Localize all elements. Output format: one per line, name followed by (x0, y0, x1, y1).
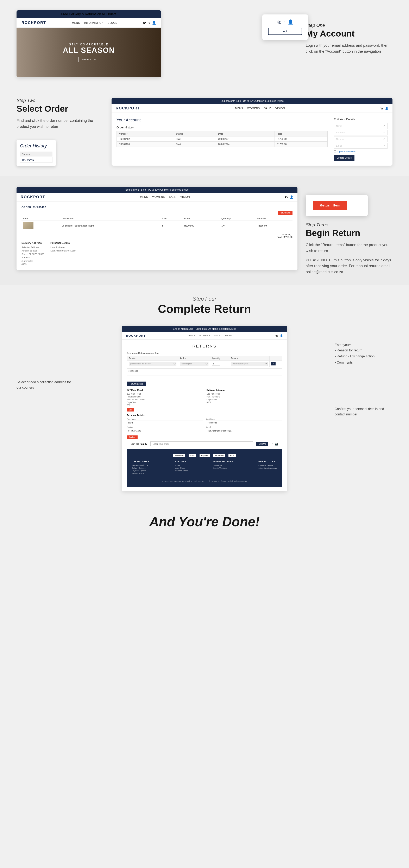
confirm-personal-button[interactable]: Confirm (127, 435, 138, 439)
right-note1: Enter your: Reason for return Refund / E… (334, 342, 392, 365)
returns-mockup: End of Month Sale - Up to 50% Off Men's … (122, 326, 287, 491)
address-line-4: Summertop (22, 259, 44, 263)
name-field[interactable]: Name ✓ (334, 123, 387, 129)
number-field[interactable]: Number ✓ (334, 136, 387, 142)
exc-col-quantity: Quantity (210, 356, 229, 361)
ret-nav-sale[interactable]: SALE (214, 335, 221, 337)
row1-status: Paid (174, 136, 216, 142)
email-returns-input[interactable] (206, 429, 282, 433)
footer-link-customer-service[interactable]: Customer Service (258, 464, 277, 466)
ord-nav-sale[interactable]: SALE (169, 195, 176, 198)
ord-user-icon[interactable]: 👤 (290, 195, 293, 198)
update-details-button[interactable]: Update Details (334, 155, 354, 161)
ret-user-icon[interactable]: 👤 (280, 334, 283, 337)
update-password-checkbox[interactable] (334, 150, 336, 153)
acc-nav-mens[interactable]: MENS (235, 107, 243, 110)
product-qty[interactable]: 1 v (220, 220, 255, 230)
row1-number: RKP01462 (117, 136, 174, 142)
footer-link-shoe-care[interactable]: Shoe Care (213, 464, 233, 466)
account-mockup: End of Month Sale - Up to 50% Off Men's … (112, 98, 392, 165)
nav-mens[interactable]: MENS (72, 22, 80, 24)
join-family-bar: Join the Family Sign Up f 📷 (127, 439, 282, 449)
facebook-icon[interactable]: f (272, 442, 272, 445)
footer-link-socks[interactable]: Socks (175, 464, 188, 466)
ret-nav-vision[interactable]: VISION (225, 335, 233, 337)
step-four-left-note: Select or add a collection address for o… (17, 326, 75, 390)
table-row[interactable]: RKP01462 Paid 20.08.2024 R1799.00 (117, 136, 328, 142)
nav-information[interactable]: INFORMATION (84, 22, 104, 24)
submit-return-button[interactable]: Return request (127, 381, 146, 386)
browser-mockup-step1: Free Delivery & Returns on All Orders RO… (17, 10, 161, 77)
join-text: Join (131, 443, 135, 445)
acc-user-icon[interactable]: 👤 (385, 107, 388, 110)
contact-input[interactable] (127, 429, 203, 433)
ord-bag-icon[interactable]: 🛍 (285, 195, 288, 198)
total-row: Total R2295.00 (22, 236, 292, 238)
footer-link-payment[interactable]: Payment Options (132, 470, 149, 472)
payment-row: Passbook VISA PayFast Protected RCS (132, 454, 277, 457)
comments-textarea[interactable] (127, 368, 282, 376)
join-email-input[interactable] (150, 441, 253, 446)
ord-nav-vision[interactable]: VISION (180, 195, 190, 198)
exc-action-select[interactable]: Select option (178, 361, 210, 367)
footer-link-login[interactable]: Log In / Register (213, 467, 233, 469)
ret-nav-mens[interactable]: MENS (188, 335, 195, 337)
account-promo-text: End of Month Sale - Up to 50% Off Men's … (221, 99, 284, 102)
total-value: R2295.00 (283, 236, 292, 238)
sign-up-button[interactable]: Sign Up (256, 442, 268, 446)
name-row: First Name Last Name (127, 418, 282, 425)
email-field[interactable]: Email ✓ (334, 143, 387, 149)
hero-image: STAY COMFORTABLE ALL SEASON SHOP NOW (17, 28, 161, 77)
step-two-title: Select Order (17, 104, 103, 114)
return-item-inline-button[interactable]: Return Item (277, 211, 292, 215)
ord-nav-womens[interactable]: WOMENS (152, 195, 165, 198)
edit-collection-button[interactable]: Edit (127, 408, 134, 411)
bullet-refund: Refund / Exchange action (334, 354, 392, 359)
footer-contact-title: GET IN TOUCH (258, 460, 277, 463)
join-family-text: Join the Family (131, 443, 147, 445)
footer-link-womens-shoes[interactable]: Womens Shoes (175, 470, 188, 472)
exc-add-btn[interactable]: + (269, 361, 282, 367)
step-three-desc1: Click the "Return Items" button for the … (306, 242, 392, 254)
ret-bag-icon[interactable]: 🛍 (275, 334, 278, 337)
ret-nav-womens[interactable]: WOMENS (199, 335, 210, 337)
user-icon[interactable]: 👤 (152, 21, 156, 25)
footer-link-email[interactable]: online@medicus.co.za (258, 467, 277, 469)
exc-qty-input[interactable] (210, 361, 229, 367)
bag-icon[interactable]: 🛍 (143, 21, 146, 25)
last-name-input[interactable] (206, 421, 282, 425)
instagram-icon[interactable]: 📷 (274, 442, 278, 445)
acc-nav-womens[interactable]: WOMENS (247, 107, 260, 110)
first-name-input[interactable] (127, 421, 203, 425)
promo-bar-step1: Free Delivery & Returns on All Orders (17, 10, 161, 18)
footer-link-returns[interactable]: Returns Policy (132, 472, 149, 474)
exc-reason-select[interactable]: What is your option (229, 361, 269, 367)
payment-passbook: Passbook (173, 454, 185, 457)
nav-blogs[interactable]: BLOGS (108, 22, 117, 24)
returns-brand: ROCKPORT (126, 334, 146, 337)
acc-bag-icon[interactable]: 🛍 (380, 107, 383, 110)
footer-link-terms[interactable]: Terms & Conditions (132, 464, 149, 466)
oh-number-value[interactable]: RKP01462 (20, 157, 53, 163)
address-line-2: Street: 62 / 67B / 2380 (22, 252, 44, 256)
first-name-label: First Name (127, 418, 203, 420)
exc-product-select[interactable]: please select the product ... (127, 361, 178, 367)
footer-link-mens-shoes[interactable]: Mens Shoes (175, 467, 188, 469)
hero-main-title: ALL SEASON (63, 46, 115, 55)
acc-nav-sale[interactable]: SALE (264, 107, 271, 110)
personal-details-returns-title: Personal Details (127, 414, 282, 416)
edit-details-panel: Edit Your Details Name ✓ Surname ✓ Numbe… (334, 118, 387, 161)
login-input[interactable] (268, 28, 302, 35)
surname-field[interactable]: Surname ✓ (334, 130, 387, 135)
table-row[interactable]: RKP01136 Draft 20.08.2024 R1799.00 (117, 142, 328, 147)
bullet-comments: Comments (334, 360, 392, 365)
check-icon: ✓ (383, 124, 385, 127)
ord-nav-mens[interactable]: MENS (140, 195, 148, 198)
payment-visa: VISA (188, 454, 196, 457)
return-item-button[interactable]: Return Item (313, 201, 347, 210)
footer-link-delivery[interactable]: Delivery Options (132, 467, 149, 469)
popup-icons-row: 🛍 0 👤 (268, 20, 302, 25)
returns-nav: ROCKPORT MENS WOMENS SALE VISION 🛍 👤 (122, 332, 287, 340)
acc-nav-vision[interactable]: VISION (275, 107, 285, 110)
shop-now-button[interactable]: SHOP NOW (78, 57, 99, 62)
